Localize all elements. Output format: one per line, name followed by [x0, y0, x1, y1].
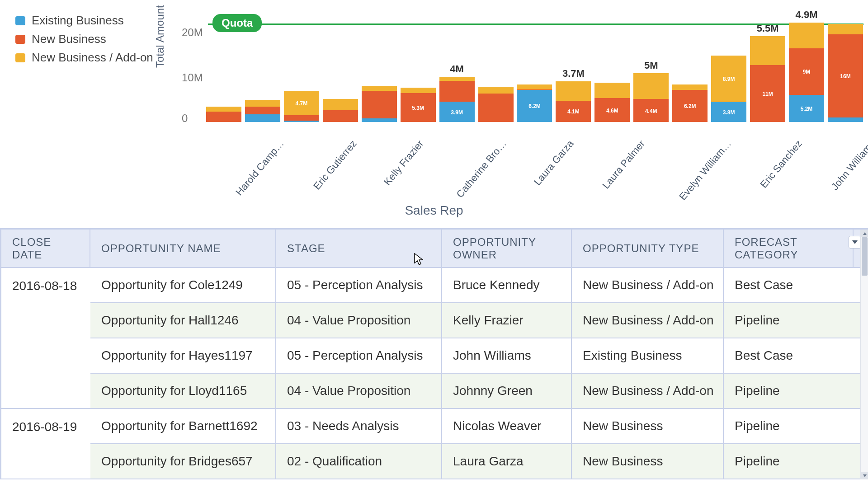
bar-seg-new — [284, 115, 319, 121]
opportunity-table: Close Date Opportunity Name Stage Opport… — [0, 228, 868, 479]
chart-legend: Existing Business New Business New Busin… — [15, 14, 153, 69]
col-close-date[interactable]: Close Date — [1, 230, 90, 267]
cell: 04 - Value Proposition — [276, 303, 442, 338]
cell: John Williams — [442, 338, 572, 373]
table-row[interactable]: Opportunity for Bridges65702 - Qualifica… — [90, 444, 868, 479]
cell: Nicolas Weaver — [442, 409, 572, 443]
table-group: 2016-08-19Opportunity for Barnett169203 … — [1, 409, 868, 479]
bar-seg-addon — [478, 87, 514, 94]
dashboard: Existing Business New Business New Busin… — [0, 0, 868, 479]
table-row[interactable]: Opportunity for Hayes119705 - Perception… — [90, 338, 868, 374]
bar[interactable]: 4.9M9M5.2M — [788, 18, 825, 122]
bar-seg-new: 4.6M — [594, 98, 630, 122]
bar-seg-addon — [401, 88, 436, 93]
table-group: 2016-08-18Opportunity for Cole124905 - P… — [1, 268, 868, 409]
group-date: 2016-08-18 — [1, 268, 90, 409]
bar-seg-exist: 3.8M — [711, 102, 746, 122]
cell: Pipeline — [724, 303, 854, 338]
bar[interactable]: 8.9M3.8M — [711, 18, 747, 122]
bar-seg-exist — [245, 114, 280, 122]
scroll-thumb[interactable] — [862, 237, 868, 276]
table-options-button[interactable] — [849, 236, 861, 249]
scrollbar[interactable] — [860, 230, 868, 479]
bar[interactable]: 4.7M — [283, 18, 320, 122]
bar[interactable] — [206, 18, 242, 122]
cell: 05 - Perception Analysis — [276, 268, 442, 302]
bar-seg-addon: 8.9M — [711, 56, 746, 102]
y-tick: 0 — [182, 112, 188, 125]
bar-seg-exist — [362, 118, 397, 122]
bar-seg-exist — [284, 121, 319, 122]
legend-existing[interactable]: Existing Business — [15, 14, 153, 28]
bar-seg-new: 5.3M — [401, 93, 436, 122]
cell: New Business — [572, 409, 724, 443]
bar-seg-new: 6.2M — [672, 90, 708, 122]
scroll-up-button[interactable] — [861, 230, 868, 237]
bar[interactable]: 5.3M — [400, 18, 436, 122]
bar[interactable] — [478, 18, 514, 122]
col-fcat[interactable]: Forecast Category — [724, 230, 854, 267]
cell: Best Case — [724, 268, 854, 302]
bar-seg-new: 4.4M — [633, 99, 669, 122]
bar-value-label: 5.5M — [750, 23, 786, 34]
group-date: 2016-08-19 — [1, 409, 90, 479]
bar-seg-addon: 4.7M — [284, 91, 319, 115]
bar[interactable] — [322, 18, 359, 122]
cell: New Business / Add-on — [572, 268, 724, 302]
cell: Pipeline — [724, 444, 854, 479]
scroll-down-button[interactable] — [861, 472, 868, 479]
cell: 05 - Perception Analysis — [276, 338, 442, 373]
cell: New Business — [572, 444, 724, 479]
legend-label: New Business / Add-on — [32, 51, 153, 65]
bar-seg-addon — [672, 84, 708, 90]
cell: 02 - Qualification — [276, 444, 442, 479]
legend-addon[interactable]: New Business / Add-on — [15, 51, 153, 65]
bar[interactable]: 5.5M11M — [750, 18, 786, 122]
y-tick: 10M — [182, 71, 203, 84]
bar[interactable]: 16M — [827, 18, 863, 122]
bar[interactable]: 5M4.4M — [633, 18, 669, 122]
bar[interactable]: 6.2M — [517, 18, 553, 122]
bar-seg-new: 4.1M — [556, 101, 591, 122]
bar[interactable]: 6.2M — [672, 18, 708, 122]
bar-value-label: 3.7M — [555, 68, 591, 80]
cell: Opportunity for Barnett1692 — [90, 409, 276, 443]
bar[interactable] — [245, 18, 281, 122]
col-stage[interactable]: Stage — [276, 230, 442, 267]
x-ticks: Harold Camp…Eric GutierrezKelly FrazierC… — [206, 131, 863, 199]
bar-seg-new — [245, 107, 280, 114]
bar-value-label: 5M — [633, 60, 669, 71]
bar[interactable]: 4M3.9M — [439, 18, 475, 122]
cell: 03 - Needs Analysis — [276, 409, 442, 443]
cell: Bruce Kennedy — [442, 268, 572, 302]
cell: Pipeline — [724, 409, 854, 443]
legend-swatch-addon — [15, 53, 25, 62]
bar-seg-addon — [789, 23, 824, 48]
cell: Existing Business — [572, 338, 724, 373]
cell: New Business / Add-on — [572, 303, 724, 338]
table-row[interactable]: Opportunity for Hall124604 - Value Propo… — [90, 303, 868, 338]
bar[interactable]: 4.6M — [594, 18, 630, 122]
bar[interactable] — [361, 18, 397, 122]
col-owner[interactable]: Opportunity Owner — [442, 230, 572, 267]
bar-seg-new — [439, 81, 475, 102]
col-opp-name[interactable]: Opportunity Name — [90, 230, 276, 267]
col-type[interactable]: Opportunity Type — [572, 230, 724, 267]
bar-seg-new — [362, 91, 397, 118]
chart-plot: 4.7M5.3M4M3.9M6.2M3.7M4.1M4.6M5M4.4M6.2M… — [206, 18, 863, 122]
legend-new[interactable]: New Business — [15, 32, 153, 46]
table-row[interactable]: Opportunity for Cole124905 - Perception … — [90, 268, 868, 303]
y-tick: 20M — [182, 26, 203, 39]
bar-seg-addon — [750, 36, 785, 65]
bar-seg-exist: 6.2M — [517, 90, 552, 122]
bar[interactable]: 3.7M4.1M — [555, 18, 591, 122]
cell: Opportunity for Bridges657 — [90, 444, 276, 479]
table-row[interactable]: Opportunity for Barnett169203 - Needs An… — [90, 409, 868, 444]
table-row[interactable]: Opportunity for Lloyd116504 - Value Prop… — [90, 374, 868, 409]
bar-seg-addon — [556, 81, 591, 101]
bar-seg-addon — [323, 99, 358, 110]
cell: 04 - Value Proposition — [276, 374, 442, 408]
bar-seg-addon — [362, 86, 397, 91]
legend-swatch-existing — [15, 16, 25, 25]
legend-label: New Business — [32, 32, 106, 46]
